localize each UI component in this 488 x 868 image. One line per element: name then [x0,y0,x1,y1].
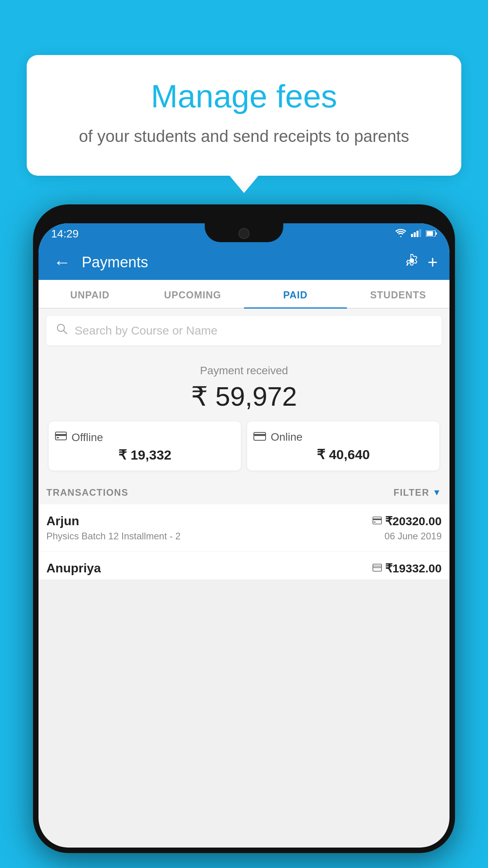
tab-upcoming[interactable]: UPCOMING [141,280,244,308]
tabs-row: UNPAID UPCOMING PAID STUDENTS [39,280,449,309]
hero-title: Manage fees [50,79,438,114]
back-button[interactable]: ← [50,249,74,275]
payment-received-amount: ₹ 59,972 [46,381,442,412]
svg-rect-15 [373,519,382,520]
hero-card: Manage fees of your students and send re… [27,55,461,176]
payment-received-section: Payment received ₹ 59,972 Offline [39,353,449,478]
offline-card-header: Offline [55,431,235,444]
svg-line-8 [64,331,67,334]
payment-cards: Offline ₹ 19,332 Online [49,421,439,471]
svg-rect-0 [411,234,413,237]
online-card-header: Online [253,431,433,443]
toolbar-title: Payments [82,254,396,271]
transaction-amount-anupriya: ₹19332.00 [385,561,442,575]
svg-rect-2 [416,231,418,237]
transaction-bottom-arjun: Physics Batch 12 Installment - 2 06 June… [46,531,442,542]
online-icon [253,431,266,443]
online-card: Online ₹ 40,640 [247,421,439,471]
filter-button[interactable]: FILTER ▼ [394,487,442,498]
offline-label: Offline [72,431,103,444]
svg-rect-5 [427,231,433,236]
transaction-icon-arjun [372,516,382,527]
transaction-desc-arjun: Physics Batch 12 Installment - 2 [46,531,180,542]
filter-text: FILTER [394,487,429,498]
transaction-icon-anupriya [372,563,382,574]
svg-rect-11 [57,437,59,438]
filter-icon: ▼ [433,487,442,498]
add-button[interactable]: + [427,252,438,272]
search-icon [56,323,68,338]
transaction-amount-wrap-arjun: ₹20320.00 [372,514,442,528]
svg-rect-10 [55,434,66,436]
transactions-label: TRANSACTIONS [46,487,128,498]
payment-received-label: Payment received [46,364,442,377]
svg-rect-12 [254,432,266,440]
transaction-amount-arjun: ₹20320.00 [385,514,442,528]
gear-icon[interactable] [404,253,420,272]
transaction-row-anupriya[interactable]: Anupriya ₹19332.00 [39,552,449,579]
svg-rect-13 [254,434,266,436]
hero-subtitle: of your students and send receipts to pa… [50,125,438,148]
svg-rect-6 [436,232,437,235]
app-toolbar: ← Payments + [39,245,449,280]
search-bar[interactable]: Search by Course or Name [46,316,442,346]
transaction-name-arjun: Arjun [46,514,79,528]
svg-rect-3 [419,229,421,237]
phone-screen: 14:29 [39,223,449,848]
tab-paid[interactable]: PAID [244,280,347,308]
front-camera [238,228,250,239]
offline-card: Offline ₹ 19,332 [49,421,241,471]
battery-icon [426,229,437,239]
offline-amount: ₹ 19,332 [55,447,235,463]
phone-frame: 14:29 [33,204,455,853]
svg-rect-16 [374,522,376,522]
transactions-header: TRANSACTIONS FILTER ▼ [39,478,449,504]
transaction-amount-wrap-anupriya: ₹19332.00 [372,561,442,575]
transaction-name-anupriya: Anupriya [46,561,101,576]
status-icons [395,228,437,240]
online-label: Online [271,431,303,443]
signal-icon [411,228,421,239]
transaction-date-arjun: 06 June 2019 [385,531,442,542]
svg-rect-14 [373,517,382,524]
tab-students[interactable]: STUDENTS [347,280,450,308]
svg-rect-1 [414,232,416,237]
online-amount: ₹ 40,640 [253,447,433,462]
tab-unpaid[interactable]: UNPAID [39,280,141,308]
transaction-row-arjun[interactable]: Arjun ₹20320.00 Physics Batch 12 Install… [39,504,449,552]
offline-icon [55,431,67,444]
status-time: 14:29 [51,228,79,240]
transaction-top-arjun: Arjun ₹20320.00 [46,514,442,528]
search-input[interactable]: Search by Course or Name [75,324,218,337]
transaction-top-anupriya: Anupriya ₹19332.00 [46,561,442,576]
wifi-icon [395,228,406,240]
phone-notch [205,223,283,242]
search-bar-wrapper: Search by Course or Name [39,309,449,353]
